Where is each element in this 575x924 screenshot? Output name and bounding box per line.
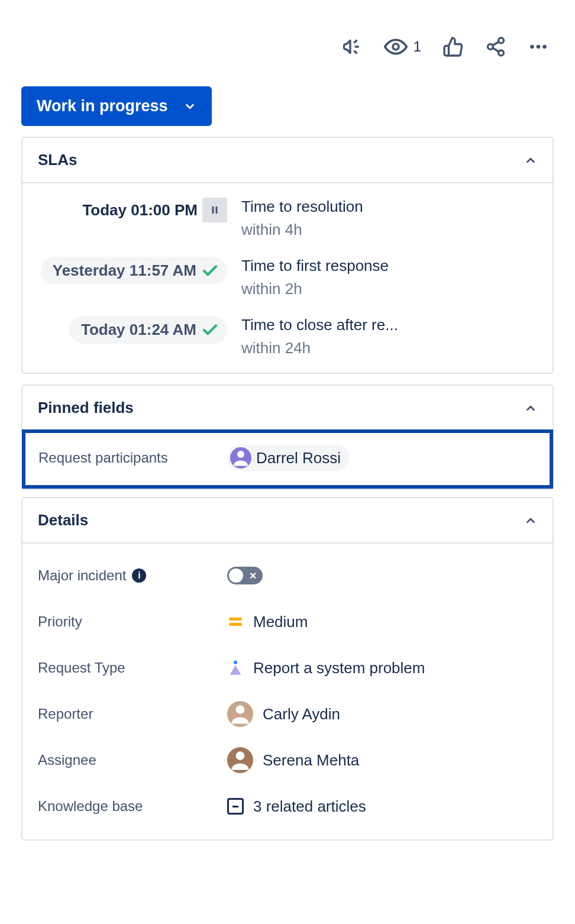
like-button[interactable] xyxy=(442,36,464,57)
user-chip[interactable]: Darrel Rossi xyxy=(228,445,349,471)
field-label: Major incident xyxy=(38,567,126,584)
svg-point-13 xyxy=(236,705,245,714)
panel-title: SLAs xyxy=(38,151,77,169)
details-panel-header[interactable]: Details xyxy=(22,498,553,544)
sla-row: Today 01:00 PM Time to resolution within… xyxy=(38,198,537,239)
reporter-name: Carly Aydin xyxy=(263,705,340,723)
chevron-up-icon xyxy=(524,154,537,167)
svg-line-5 xyxy=(493,42,499,46)
request-type-row[interactable]: Request Type Report a system problem xyxy=(38,650,537,686)
info-icon[interactable]: i xyxy=(132,568,146,583)
pinned-fields-header[interactable]: Pinned fields xyxy=(22,386,553,430)
sla-sub: within 24h xyxy=(241,339,398,357)
svg-point-11 xyxy=(237,451,244,458)
svg-rect-10 xyxy=(216,206,218,214)
chevron-up-icon xyxy=(524,402,537,415)
request-type-icon xyxy=(227,660,244,676)
user-name: Darrel Rossi xyxy=(256,449,341,467)
svg-point-8 xyxy=(542,45,547,49)
eye-icon xyxy=(384,35,408,59)
avatar xyxy=(227,701,253,727)
sla-label: Time to first response xyxy=(241,257,389,275)
assignee-name: Serena Mehta xyxy=(263,751,359,770)
panel-title: Pinned fields xyxy=(38,399,134,417)
request-type-value: Report a system problem xyxy=(253,659,425,677)
feedback-button[interactable] xyxy=(341,36,363,57)
reporter-row[interactable]: Reporter Carly Aydin xyxy=(38,696,537,732)
field-label: Reporter xyxy=(38,706,227,722)
pinned-fields-panel: Pinned fields Request participants Darre… xyxy=(21,385,554,490)
field-label: Request Type xyxy=(38,660,227,676)
panel-title: Details xyxy=(38,511,88,529)
slas-panel-header[interactable]: SLAs xyxy=(22,138,553,183)
chevron-down-icon xyxy=(183,100,196,113)
pause-icon xyxy=(202,198,227,222)
megaphone-icon xyxy=(341,36,363,57)
field-label: Knowledge base xyxy=(38,798,227,815)
sla-label: Time to close after re... xyxy=(241,316,398,334)
sla-sub: within 4h xyxy=(241,221,363,239)
knowledge-base-row[interactable]: Knowledge base 3 related articles xyxy=(38,789,537,824)
check-icon xyxy=(201,262,219,280)
major-incident-toggle[interactable]: ✕ xyxy=(227,567,263,584)
svg-line-4 xyxy=(493,48,499,51)
sla-time: Yesterday 11:57 AM xyxy=(53,261,196,280)
svg-point-12 xyxy=(234,661,237,664)
sla-row: Yesterday 11:57 AM Time to first respons… xyxy=(38,257,537,298)
avatar xyxy=(230,447,251,469)
share-icon xyxy=(485,36,506,57)
watchers-count: 1 xyxy=(414,38,421,55)
priority-value: Medium xyxy=(253,613,308,631)
field-label: Assignee xyxy=(38,752,227,768)
details-panel: Details Major incident i ✕ Priority Medi… xyxy=(21,497,554,841)
field-label: Priority xyxy=(38,613,227,630)
more-actions-button[interactable] xyxy=(528,36,549,57)
kb-value: 3 related articles xyxy=(253,797,366,816)
sla-row: Today 01:24 AM Time to close after re...… xyxy=(38,316,537,357)
priority-row[interactable]: Priority Medium xyxy=(38,604,537,639)
svg-rect-9 xyxy=(212,206,214,214)
priority-medium-icon xyxy=(227,618,244,626)
slas-panel: SLAs Today 01:00 PM Time to resolution w… xyxy=(21,137,554,374)
svg-point-7 xyxy=(537,45,541,49)
svg-point-0 xyxy=(393,44,399,50)
status-dropdown[interactable]: Work in progress xyxy=(21,86,212,126)
assignee-row[interactable]: Assignee Serena Mehta xyxy=(38,742,537,778)
sla-sub: within 2h xyxy=(241,280,389,298)
major-incident-row: Major incident i ✕ xyxy=(38,558,537,593)
more-icon xyxy=(528,36,549,57)
watchers-button[interactable]: 1 xyxy=(384,35,421,59)
sla-time: Today 01:00 PM xyxy=(82,201,198,219)
sla-label: Time to resolution xyxy=(241,198,363,216)
sla-time: Today 01:24 AM xyxy=(81,321,196,339)
svg-point-6 xyxy=(530,45,534,49)
share-button[interactable] xyxy=(485,36,506,57)
svg-point-14 xyxy=(236,751,245,760)
status-label: Work in progress xyxy=(37,97,168,115)
book-icon xyxy=(227,798,244,815)
chevron-up-icon xyxy=(524,514,537,527)
thumbs-up-icon xyxy=(442,36,464,57)
field-label: Request participants xyxy=(38,450,228,466)
request-participants-row[interactable]: Request participants Darrel Rossi xyxy=(22,429,553,489)
avatar xyxy=(227,747,253,773)
check-icon xyxy=(201,321,219,339)
